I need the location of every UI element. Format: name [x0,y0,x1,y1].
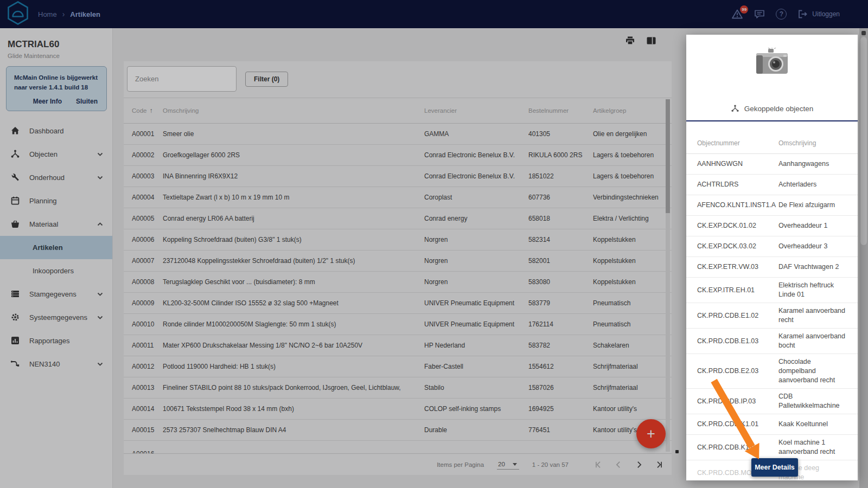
cell-omschrijving: Elektrisch heftruck Linde 01 [778,281,847,299]
cell-omschrijving: DAF Vrachtwagen 2 [778,262,847,272]
linked-object-row[interactable]: AFENCO.KLNT1.INST1.A De Flexi afzuigarm [686,195,858,216]
cell-objectnummer: CK.PRD.CDB.K1.01 [697,420,778,429]
cell-objectnummer: CK.EXP.DCK.01.02 [697,221,778,230]
linked-object-row[interactable]: ACHTRLDRS Achterladers [686,175,858,195]
linked-objects-panel: Gekoppelde objecten Objectnummer Omschri… [686,35,858,480]
cell-omschrijving: Koel machine 1 aanvoerband recht [778,438,847,457]
linked-object-row[interactable]: CK.PRD.CDB.E2.03 Chocolade dompelband aa… [686,354,858,389]
linked-object-row[interactable]: CK.PRD.CDB.K1.01 Kaak Koeltunnel [686,414,858,435]
cell-omschrijving: Overheaddeur 1 [778,221,847,230]
panel-table-body: AANHNGWGN Aanhangwagens ACHTRLDRS Achter… [686,154,858,480]
cell-objectnummer: CK.EXP.DCK.03.02 [697,242,778,251]
cell-objectnummer: CK.PRD.CDB.E1.03 [697,337,778,346]
linked-object-row[interactable]: CK.PRD.CDB.E1.03 Karamel aanvoerband boc… [686,329,858,354]
cell-omschrijving: CDB Palletwikkelmachine [778,392,847,410]
tab-label: Gekoppelde objecten [744,105,814,113]
linked-object-row[interactable]: AANHNGWGN Aanhangwagens [686,154,858,175]
linked-object-row[interactable]: CK.EXP.DCK.01.02 Overheaddeur 1 [686,216,858,236]
cell-omschrijving: Overheaddeur 3 [778,242,847,251]
tab-gekoppelde-objecten[interactable]: Gekoppelde objecten [686,102,858,115]
cell-omschrijving: Chocolade dompelband aanvoerband recht [778,357,847,385]
camera-placeholder-icon [753,48,791,77]
cell-omschrijving: Karamel aanvoerband recht [778,306,847,325]
cell-objectnummer: CK.EXP.ITR.EH.01 [697,286,778,295]
panel-table-header: Objectnummer Omschrijving [686,121,858,154]
linked-object-row[interactable]: CK.EXP.ETR.VW.03 DAF Vrachtwagen 2 [686,257,858,278]
linked-object-row[interactable]: CK.PRD.CDB.K1.02 Koel machine 1 aanvoerb… [686,435,858,460]
cell-omschrijving: Aanhangwagens [778,159,847,169]
linked-object-row[interactable]: CK.PRD.CDB.IP.03 CDB Palletwikkelmachine [686,389,858,414]
cell-omschrijving: Karamel aanvoerband bocht [778,332,847,350]
cell-omschrijving: Kaak Koeltunnel [778,420,847,429]
cell-objectnummer: CK.PRD.CDB.E2.03 [697,367,778,376]
cell-objectnummer: CK.PRD.CDB.IP.03 [697,397,778,406]
linked-object-row[interactable]: CK.EXP.ITR.EH.01 Elektrisch heftruck Lin… [686,278,858,303]
cell-objectnummer: ACHTRLDRS [697,180,778,189]
cell-objectnummer: CK.PRD.CDB.E1.02 [697,311,778,320]
hub-icon [731,104,739,113]
cell-objectnummer: CK.PRD.CDB.K1.02 [697,443,778,452]
meer-details-button[interactable]: Meer Details [751,458,798,477]
column-header-objectnummer: Objectnummer [697,139,778,147]
cell-objectnummer: AFENCO.KLNT1.INST1.A [697,201,778,210]
column-header-omschrijving: Omschrijving [778,139,847,147]
cell-omschrijving: Achterladers [778,180,847,189]
cell-objectnummer: AANHNGWGN [697,159,778,169]
cell-objectnummer: CK.EXP.ETR.VW.03 [697,262,778,272]
linked-object-row[interactable]: CK.EXP.DCK.03.02 Overheaddeur 3 [686,236,858,257]
app-screen: Home › Artikelen 99 [0,0,868,488]
linked-object-row[interactable]: CK.PRD.CDB.E1.02 Karamel aanvoerband rec… [686,303,858,329]
cell-omschrijving: De Flexi afzuigarm [778,201,847,210]
